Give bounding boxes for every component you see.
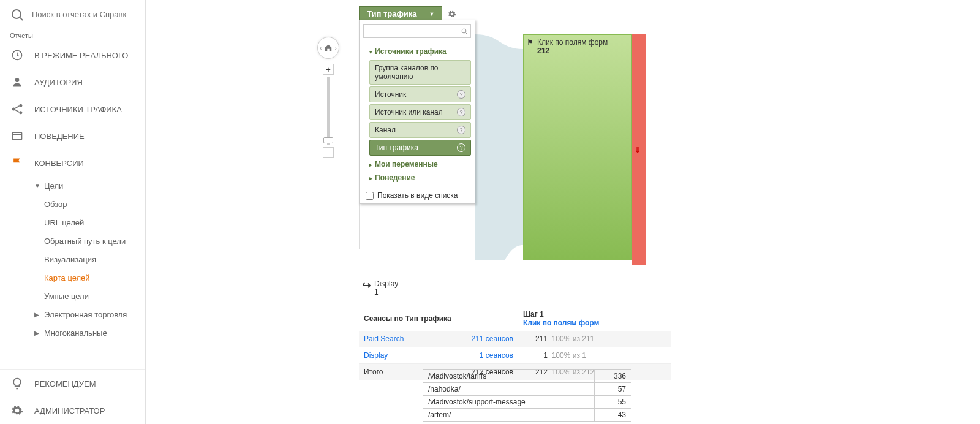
table-row: Paid Search211 сеансов 211 100% из 211 bbox=[359, 331, 671, 347]
row-name[interactable]: Display bbox=[364, 351, 388, 360]
header-step1-link[interactable]: Клик по полям форм bbox=[523, 319, 599, 327]
dropdown-option-source[interactable]: Источник? bbox=[369, 86, 471, 102]
dropoff-arrow-icon: ⇓ bbox=[635, 146, 641, 154]
nav-smart-goals[interactable]: Умные цели bbox=[24, 287, 145, 305]
funnel-step-block[interactable] bbox=[523, 34, 632, 260]
svg-point-5 bbox=[19, 104, 22, 107]
path-count: 336 bbox=[595, 370, 631, 383]
path-count: 57 bbox=[595, 383, 631, 396]
sidebar: Отчеты В РЕЖИМЕ РЕАЛЬНОГО АУДИТОРИЯ ИСТО… bbox=[0, 0, 146, 424]
nav-ecommerce-label: Электронная торговля bbox=[44, 310, 127, 319]
row-count: 211 bbox=[523, 335, 548, 343]
nav-conversions[interactable]: КОНВЕРСИИ bbox=[0, 150, 145, 176]
dropdown-group-myvars: Мои переменные bbox=[363, 157, 471, 171]
dropdown-group-myvars-header[interactable]: Мои переменные bbox=[363, 157, 471, 171]
path-count: 55 bbox=[595, 396, 631, 409]
nav-funnel-viz-label: Визуализация bbox=[44, 255, 96, 264]
nav-realtime-label: В РЕЖИМЕ РЕАЛЬНОГО bbox=[34, 51, 128, 60]
nav-behavior[interactable]: ПОВЕДЕНИЕ bbox=[0, 123, 145, 150]
svg-point-6 bbox=[19, 111, 22, 114]
caret-right-icon: ▶ bbox=[34, 330, 43, 336]
dropdown-search-input[interactable] bbox=[363, 24, 471, 38]
zoom-slider[interactable] bbox=[327, 77, 330, 145]
help-icon[interactable]: ? bbox=[457, 90, 466, 99]
nav-discover[interactable]: РЕКОМЕНДУЕМ bbox=[0, 370, 145, 397]
nav-multichannel[interactable]: ▶ Многоканальные bbox=[24, 324, 145, 342]
path-cell: /vladivostok/support-message bbox=[423, 396, 595, 409]
row-sessions: 211 сеансов bbox=[471, 335, 513, 343]
nav-smart-goals-label: Умные цели bbox=[44, 292, 89, 301]
nav-goal-flow[interactable]: Карта целей bbox=[24, 268, 145, 287]
zoom-track: + − bbox=[323, 64, 334, 158]
dropdown-search bbox=[360, 20, 475, 42]
search-icon bbox=[10, 7, 24, 22]
row-pct: 100% из 1 bbox=[552, 351, 586, 360]
svg-line-1 bbox=[20, 17, 23, 20]
nav-goal-flow-label: Карта целей bbox=[44, 273, 90, 282]
display-entry-label: Display bbox=[374, 279, 398, 288]
dropdown-option-medium[interactable]: Канал? bbox=[369, 122, 471, 138]
row-pct: 100% из 211 bbox=[552, 335, 595, 343]
nav-overview[interactable]: Обзор bbox=[24, 195, 145, 213]
nav-audience[interactable]: АУДИТОРИЯ bbox=[0, 69, 145, 96]
nav-admin-label: АДМИНИСТРАТОР bbox=[34, 406, 105, 415]
nav-url-goals[interactable]: URL целей bbox=[24, 213, 145, 232]
zoom-in-button[interactable]: + bbox=[323, 64, 334, 75]
sidebar-bottom: РЕКОМЕНДУЕМ АДМИНИСТРАТОР ◀ bbox=[0, 369, 145, 424]
search-input[interactable] bbox=[32, 10, 135, 19]
funnel-connector bbox=[475, 34, 523, 260]
svg-line-8 bbox=[15, 110, 19, 112]
row-name: Итого bbox=[364, 368, 383, 376]
row-count: 1 bbox=[523, 351, 548, 360]
visualization-area: Тип трафика ▼ ‹ › + − bbox=[146, 0, 980, 6]
path-cell: /vladivostok/tariffs bbox=[423, 370, 595, 383]
table-row: Display1 сеансов 1 100% из 1 bbox=[359, 347, 671, 364]
row-sessions: 1 сеансов bbox=[480, 351, 513, 360]
nav-url-goals-label: URL целей bbox=[44, 218, 84, 227]
share-icon bbox=[10, 103, 24, 115]
show-as-list-checkbox[interactable] bbox=[366, 192, 374, 200]
person-icon bbox=[10, 76, 24, 88]
nav-next-icon: › bbox=[335, 45, 337, 51]
nav-acquisition-label: ИСТОЧНИКИ ТРАФИКА bbox=[34, 105, 122, 114]
nav-realtime[interactable]: В РЕЖИМЕ РЕАЛЬНОГО bbox=[0, 42, 145, 69]
display-entry-count: 1 bbox=[374, 288, 379, 297]
nav-acquisition[interactable]: ИСТОЧНИКИ ТРАФИКА bbox=[0, 96, 145, 123]
funnel-step-count: 212 bbox=[537, 47, 549, 55]
caret-right-icon: ▶ bbox=[34, 311, 43, 318]
table-row: /vladivostok/support-message55 bbox=[423, 396, 631, 409]
home-icon bbox=[324, 44, 333, 52]
clock-icon bbox=[10, 49, 24, 61]
row-name[interactable]: Paid Search bbox=[364, 335, 404, 343]
dimension-dropdown-label: Тип трафика bbox=[367, 9, 417, 18]
nav-reverse-path[interactable]: Обратный путь к цели bbox=[24, 232, 145, 250]
nav-discover-label: РЕКОМЕНДУЕМ bbox=[34, 379, 96, 388]
dropdown-option-source-medium[interactable]: Источник или канал? bbox=[369, 104, 471, 120]
table-row: /vladivostok/tariffs336 bbox=[423, 370, 631, 383]
help-icon[interactable]: ? bbox=[457, 143, 466, 152]
nav-admin[interactable]: АДМИНИСТРАТОР bbox=[0, 397, 145, 424]
home-button[interactable]: ‹ › bbox=[317, 37, 339, 59]
show-as-list-label: Показать в виде списка bbox=[377, 191, 458, 200]
nav-funnel-viz[interactable]: Визуализация bbox=[24, 250, 145, 268]
main-content: Тип трафика ▼ ‹ › + − bbox=[146, 0, 980, 424]
dropdown-group-behavior: Поведение bbox=[363, 171, 471, 184]
help-icon[interactable]: ? bbox=[457, 126, 466, 134]
path-cell: /artem/ bbox=[423, 409, 595, 422]
zoom-out-button[interactable]: − bbox=[323, 147, 334, 158]
gear-icon bbox=[10, 404, 24, 417]
reports-section-label: Отчеты bbox=[0, 29, 145, 42]
dropdown-option-default-channel[interactable]: Группа каналов по умолчанию bbox=[369, 60, 471, 85]
dimension-settings-button[interactable] bbox=[445, 7, 459, 21]
funnel-step-label: ⚑ Клик по полям форм 212 bbox=[527, 38, 608, 55]
help-icon[interactable]: ? bbox=[457, 108, 466, 116]
nav-goals[interactable]: ▼ Цели bbox=[24, 176, 145, 195]
nav-ecommerce[interactable]: ▶ Электронная торговля bbox=[24, 305, 145, 324]
dropdown-option-traffic-type[interactable]: Тип трафика? bbox=[369, 140, 471, 156]
dropdown-group-sources-header[interactable]: Источники трафика bbox=[363, 45, 471, 58]
dimension-dropdown-panel: Источники трафика Группа каналов по умол… bbox=[359, 20, 475, 204]
zoom-thumb[interactable] bbox=[323, 137, 333, 143]
nav-audience-label: АУДИТОРИЯ bbox=[34, 78, 83, 87]
dropdown-group-behavior-header[interactable]: Поведение bbox=[363, 171, 471, 184]
dropdown-footer: Показать в виде списка bbox=[360, 187, 475, 203]
